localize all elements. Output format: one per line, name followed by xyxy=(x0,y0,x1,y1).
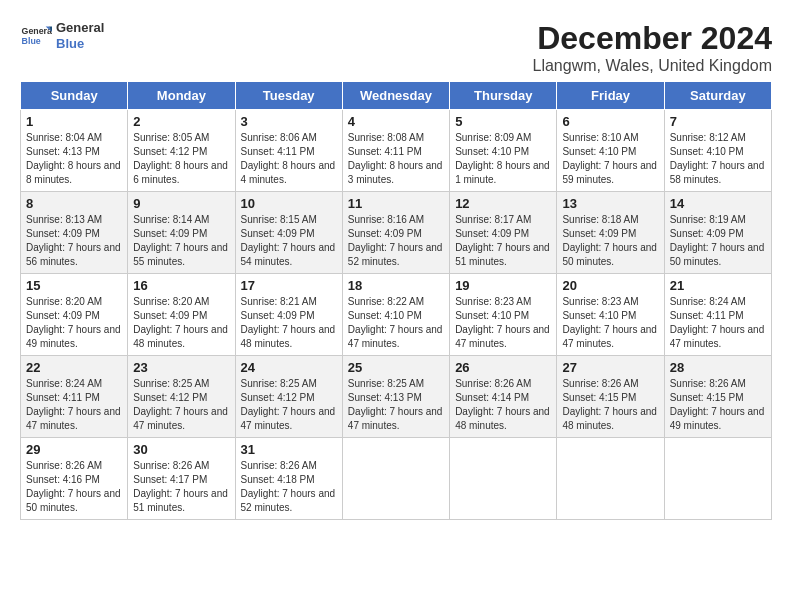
title-block: December 2024 Llangwm, Wales, United Kin… xyxy=(532,20,772,75)
day-info: Sunrise: 8:26 AMSunset: 4:18 PMDaylight:… xyxy=(241,460,336,513)
day-number: 31 xyxy=(241,442,337,457)
calendar-cell: 13 Sunrise: 8:18 AMSunset: 4:09 PMDaylig… xyxy=(557,192,664,274)
calendar-cell: 17 Sunrise: 8:21 AMSunset: 4:09 PMDaylig… xyxy=(235,274,342,356)
calendar-cell: 7 Sunrise: 8:12 AMSunset: 4:10 PMDayligh… xyxy=(664,110,771,192)
calendar-week-row: 29 Sunrise: 8:26 AMSunset: 4:16 PMDaylig… xyxy=(21,438,772,520)
day-number: 18 xyxy=(348,278,444,293)
calendar-week-row: 1 Sunrise: 8:04 AMSunset: 4:13 PMDayligh… xyxy=(21,110,772,192)
weekday-header: Wednesday xyxy=(342,82,449,110)
day-info: Sunrise: 8:08 AMSunset: 4:11 PMDaylight:… xyxy=(348,132,443,185)
weekday-header: Sunday xyxy=(21,82,128,110)
location-title: Llangwm, Wales, United Kingdom xyxy=(532,57,772,75)
calendar-cell: 29 Sunrise: 8:26 AMSunset: 4:16 PMDaylig… xyxy=(21,438,128,520)
day-number: 3 xyxy=(241,114,337,129)
day-number: 7 xyxy=(670,114,766,129)
day-info: Sunrise: 8:25 AMSunset: 4:13 PMDaylight:… xyxy=(348,378,443,431)
calendar-body: 1 Sunrise: 8:04 AMSunset: 4:13 PMDayligh… xyxy=(21,110,772,520)
day-info: Sunrise: 8:12 AMSunset: 4:10 PMDaylight:… xyxy=(670,132,765,185)
day-number: 9 xyxy=(133,196,229,211)
day-info: Sunrise: 8:17 AMSunset: 4:09 PMDaylight:… xyxy=(455,214,550,267)
day-info: Sunrise: 8:13 AMSunset: 4:09 PMDaylight:… xyxy=(26,214,121,267)
day-number: 22 xyxy=(26,360,122,375)
calendar-cell: 25 Sunrise: 8:25 AMSunset: 4:13 PMDaylig… xyxy=(342,356,449,438)
day-info: Sunrise: 8:26 AMSunset: 4:17 PMDaylight:… xyxy=(133,460,228,513)
weekday-header: Friday xyxy=(557,82,664,110)
day-number: 5 xyxy=(455,114,551,129)
calendar-cell: 6 Sunrise: 8:10 AMSunset: 4:10 PMDayligh… xyxy=(557,110,664,192)
calendar-cell: 4 Sunrise: 8:08 AMSunset: 4:11 PMDayligh… xyxy=(342,110,449,192)
day-number: 15 xyxy=(26,278,122,293)
day-info: Sunrise: 8:21 AMSunset: 4:09 PMDaylight:… xyxy=(241,296,336,349)
day-number: 16 xyxy=(133,278,229,293)
day-info: Sunrise: 8:26 AMSunset: 4:15 PMDaylight:… xyxy=(562,378,657,431)
day-number: 2 xyxy=(133,114,229,129)
day-info: Sunrise: 8:19 AMSunset: 4:09 PMDaylight:… xyxy=(670,214,765,267)
day-info: Sunrise: 8:25 AMSunset: 4:12 PMDaylight:… xyxy=(241,378,336,431)
day-number: 1 xyxy=(26,114,122,129)
calendar-cell xyxy=(664,438,771,520)
day-info: Sunrise: 8:05 AMSunset: 4:12 PMDaylight:… xyxy=(133,132,228,185)
calendar-cell: 18 Sunrise: 8:22 AMSunset: 4:10 PMDaylig… xyxy=(342,274,449,356)
day-info: Sunrise: 8:14 AMSunset: 4:09 PMDaylight:… xyxy=(133,214,228,267)
day-number: 10 xyxy=(241,196,337,211)
calendar-header: SundayMondayTuesdayWednesdayThursdayFrid… xyxy=(21,82,772,110)
day-number: 11 xyxy=(348,196,444,211)
day-info: Sunrise: 8:22 AMSunset: 4:10 PMDaylight:… xyxy=(348,296,443,349)
logo-icon: General Blue xyxy=(20,20,52,52)
day-info: Sunrise: 8:25 AMSunset: 4:12 PMDaylight:… xyxy=(133,378,228,431)
header-row: SundayMondayTuesdayWednesdayThursdayFrid… xyxy=(21,82,772,110)
calendar-cell: 23 Sunrise: 8:25 AMSunset: 4:12 PMDaylig… xyxy=(128,356,235,438)
day-number: 14 xyxy=(670,196,766,211)
day-number: 8 xyxy=(26,196,122,211)
weekday-header: Tuesday xyxy=(235,82,342,110)
calendar-cell: 12 Sunrise: 8:17 AMSunset: 4:09 PMDaylig… xyxy=(450,192,557,274)
day-info: Sunrise: 8:26 AMSunset: 4:15 PMDaylight:… xyxy=(670,378,765,431)
calendar-cell: 5 Sunrise: 8:09 AMSunset: 4:10 PMDayligh… xyxy=(450,110,557,192)
calendar-cell xyxy=(342,438,449,520)
day-number: 24 xyxy=(241,360,337,375)
day-number: 20 xyxy=(562,278,658,293)
day-number: 21 xyxy=(670,278,766,293)
weekday-header: Saturday xyxy=(664,82,771,110)
calendar-cell: 1 Sunrise: 8:04 AMSunset: 4:13 PMDayligh… xyxy=(21,110,128,192)
day-number: 25 xyxy=(348,360,444,375)
day-info: Sunrise: 8:06 AMSunset: 4:11 PMDaylight:… xyxy=(241,132,336,185)
calendar-cell: 24 Sunrise: 8:25 AMSunset: 4:12 PMDaylig… xyxy=(235,356,342,438)
day-info: Sunrise: 8:20 AMSunset: 4:09 PMDaylight:… xyxy=(133,296,228,349)
calendar-cell: 15 Sunrise: 8:20 AMSunset: 4:09 PMDaylig… xyxy=(21,274,128,356)
day-info: Sunrise: 8:23 AMSunset: 4:10 PMDaylight:… xyxy=(562,296,657,349)
calendar-cell: 16 Sunrise: 8:20 AMSunset: 4:09 PMDaylig… xyxy=(128,274,235,356)
day-info: Sunrise: 8:15 AMSunset: 4:09 PMDaylight:… xyxy=(241,214,336,267)
day-info: Sunrise: 8:18 AMSunset: 4:09 PMDaylight:… xyxy=(562,214,657,267)
day-number: 23 xyxy=(133,360,229,375)
calendar-cell: 30 Sunrise: 8:26 AMSunset: 4:17 PMDaylig… xyxy=(128,438,235,520)
calendar-cell: 2 Sunrise: 8:05 AMSunset: 4:12 PMDayligh… xyxy=(128,110,235,192)
calendar-cell: 9 Sunrise: 8:14 AMSunset: 4:09 PMDayligh… xyxy=(128,192,235,274)
logo: General Blue General Blue xyxy=(20,20,104,52)
day-number: 12 xyxy=(455,196,551,211)
day-info: Sunrise: 8:26 AMSunset: 4:16 PMDaylight:… xyxy=(26,460,121,513)
weekday-header: Thursday xyxy=(450,82,557,110)
day-info: Sunrise: 8:23 AMSunset: 4:10 PMDaylight:… xyxy=(455,296,550,349)
day-info: Sunrise: 8:20 AMSunset: 4:09 PMDaylight:… xyxy=(26,296,121,349)
calendar-cell: 28 Sunrise: 8:26 AMSunset: 4:15 PMDaylig… xyxy=(664,356,771,438)
calendar-cell xyxy=(450,438,557,520)
calendar-cell: 14 Sunrise: 8:19 AMSunset: 4:09 PMDaylig… xyxy=(664,192,771,274)
calendar-cell xyxy=(557,438,664,520)
day-number: 4 xyxy=(348,114,444,129)
calendar-cell: 11 Sunrise: 8:16 AMSunset: 4:09 PMDaylig… xyxy=(342,192,449,274)
day-number: 29 xyxy=(26,442,122,457)
logo-text: General Blue xyxy=(56,20,104,51)
calendar-cell: 8 Sunrise: 8:13 AMSunset: 4:09 PMDayligh… xyxy=(21,192,128,274)
day-info: Sunrise: 8:04 AMSunset: 4:13 PMDaylight:… xyxy=(26,132,121,185)
day-number: 19 xyxy=(455,278,551,293)
svg-text:Blue: Blue xyxy=(22,36,41,46)
day-info: Sunrise: 8:16 AMSunset: 4:09 PMDaylight:… xyxy=(348,214,443,267)
calendar-cell: 21 Sunrise: 8:24 AMSunset: 4:11 PMDaylig… xyxy=(664,274,771,356)
day-number: 26 xyxy=(455,360,551,375)
calendar-cell: 22 Sunrise: 8:24 AMSunset: 4:11 PMDaylig… xyxy=(21,356,128,438)
calendar-cell: 27 Sunrise: 8:26 AMSunset: 4:15 PMDaylig… xyxy=(557,356,664,438)
calendar-table: SundayMondayTuesdayWednesdayThursdayFrid… xyxy=(20,81,772,520)
page-header: General Blue General Blue December 2024 … xyxy=(20,20,772,75)
day-info: Sunrise: 8:24 AMSunset: 4:11 PMDaylight:… xyxy=(26,378,121,431)
